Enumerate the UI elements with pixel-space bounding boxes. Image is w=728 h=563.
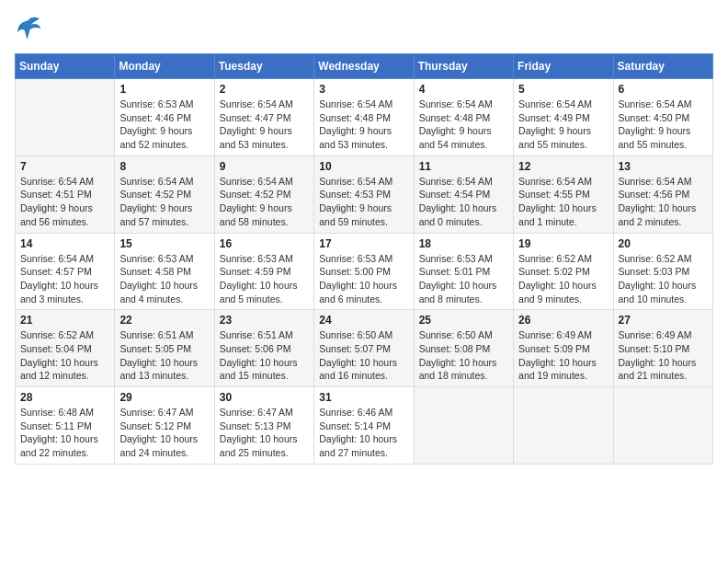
day-info: Sunrise: 6:54 AMSunset: 4:48 PMDaylight:…: [419, 98, 508, 152]
calendar-cell: 12Sunrise: 6:54 AMSunset: 4:55 PMDayligh…: [514, 155, 613, 233]
day-number: 22: [119, 314, 209, 327]
day-info: Sunrise: 6:53 AMSunset: 5:00 PMDaylight:…: [319, 252, 408, 306]
day-number: 23: [220, 314, 309, 327]
calendar-header-thursday: Thursday: [414, 54, 513, 79]
day-info: Sunrise: 6:49 AMSunset: 5:09 PMDaylight:…: [518, 328, 608, 383]
calendar-table: SundayMondayTuesdayWednesdayThursdayFrid…: [15, 53, 713, 465]
calendar-cell: 14Sunrise: 6:54 AMSunset: 4:57 PMDayligh…: [16, 233, 115, 310]
day-info: Sunrise: 6:53 AMSunset: 4:46 PMDaylight:…: [119, 98, 209, 152]
calendar-header-saturday: Saturday: [613, 54, 712, 79]
day-number: 27: [619, 314, 708, 327]
calendar-cell: 11Sunrise: 6:54 AMSunset: 4:54 PMDayligh…: [414, 155, 513, 233]
day-info: Sunrise: 6:54 AMSunset: 4:51 PMDaylight:…: [20, 175, 109, 229]
calendar-cell: 26Sunrise: 6:49 AMSunset: 5:09 PMDayligh…: [514, 310, 613, 387]
calendar-week-2: 7Sunrise: 6:54 AMSunset: 4:51 PMDaylight…: [16, 155, 713, 233]
day-info: Sunrise: 6:54 AMSunset: 4:54 PMDaylight:…: [419, 175, 508, 229]
day-number: 10: [319, 160, 408, 173]
day-info: Sunrise: 6:54 AMSunset: 4:52 PMDaylight:…: [119, 175, 209, 229]
calendar-cell: 2Sunrise: 6:54 AMSunset: 4:47 PMDaylight…: [214, 79, 313, 156]
calendar-cell: 27Sunrise: 6:49 AMSunset: 5:10 PMDayligh…: [613, 310, 712, 387]
calendar-cell: 18Sunrise: 6:53 AMSunset: 5:01 PMDayligh…: [414, 233, 513, 310]
calendar-cell: 28Sunrise: 6:48 AMSunset: 5:11 PMDayligh…: [16, 387, 115, 465]
day-info: Sunrise: 6:51 AMSunset: 5:05 PMDaylight:…: [119, 328, 209, 383]
day-info: Sunrise: 6:52 AMSunset: 5:04 PMDaylight:…: [20, 328, 109, 383]
day-info: Sunrise: 6:54 AMSunset: 4:47 PMDaylight:…: [220, 98, 309, 152]
day-info: Sunrise: 6:53 AMSunset: 4:58 PMDaylight:…: [119, 252, 209, 306]
calendar-header-sunday: Sunday: [16, 54, 115, 79]
calendar-header-row: SundayMondayTuesdayWednesdayThursdayFrid…: [16, 54, 713, 79]
day-info: Sunrise: 6:47 AMSunset: 5:12 PMDaylight:…: [119, 406, 209, 460]
calendar-cell: 6Sunrise: 6:54 AMSunset: 4:50 PMDaylight…: [613, 79, 712, 156]
day-info: Sunrise: 6:54 AMSunset: 4:55 PMDaylight:…: [518, 175, 608, 229]
calendar-cell: 25Sunrise: 6:50 AMSunset: 5:08 PMDayligh…: [414, 310, 513, 387]
day-info: Sunrise: 6:54 AMSunset: 4:52 PMDaylight:…: [220, 175, 309, 229]
day-info: Sunrise: 6:54 AMSunset: 4:48 PMDaylight:…: [319, 98, 408, 152]
day-number: 28: [20, 391, 109, 404]
day-number: 24: [319, 314, 408, 327]
calendar-header-wednesday: Wednesday: [314, 54, 414, 79]
day-number: 25: [419, 314, 508, 327]
calendar-cell: [414, 387, 513, 465]
calendar-cell: 31Sunrise: 6:46 AMSunset: 5:14 PMDayligh…: [314, 387, 414, 465]
day-info: Sunrise: 6:50 AMSunset: 5:07 PMDaylight:…: [319, 328, 408, 383]
calendar-cell: 3Sunrise: 6:54 AMSunset: 4:48 PMDaylight…: [314, 79, 414, 156]
day-number: 5: [518, 83, 608, 96]
calendar-cell: 22Sunrise: 6:51 AMSunset: 5:05 PMDayligh…: [115, 310, 214, 387]
day-number: 19: [518, 237, 608, 250]
day-number: 18: [419, 237, 508, 250]
day-number: 20: [619, 237, 708, 250]
day-number: 29: [119, 391, 209, 404]
day-number: 13: [619, 160, 708, 173]
calendar-cell: 30Sunrise: 6:47 AMSunset: 5:13 PMDayligh…: [214, 387, 313, 465]
calendar-cell: 10Sunrise: 6:54 AMSunset: 4:53 PMDayligh…: [314, 155, 414, 233]
calendar-cell: 19Sunrise: 6:52 AMSunset: 5:02 PMDayligh…: [514, 233, 613, 310]
calendar-header-tuesday: Tuesday: [214, 54, 313, 79]
calendar-cell: 4Sunrise: 6:54 AMSunset: 4:48 PMDaylight…: [414, 79, 513, 156]
calendar-cell: 21Sunrise: 6:52 AMSunset: 5:04 PMDayligh…: [16, 310, 115, 387]
calendar-week-3: 14Sunrise: 6:54 AMSunset: 4:57 PMDayligh…: [16, 233, 713, 310]
calendar-cell: 20Sunrise: 6:52 AMSunset: 5:03 PMDayligh…: [613, 233, 712, 310]
calendar-cell: [16, 79, 115, 156]
calendar-cell: 1Sunrise: 6:53 AMSunset: 4:46 PMDaylight…: [115, 79, 214, 156]
day-number: 8: [119, 160, 209, 173]
day-number: 14: [20, 237, 109, 250]
day-info: Sunrise: 6:49 AMSunset: 5:10 PMDaylight:…: [619, 328, 708, 383]
calendar-cell: 5Sunrise: 6:54 AMSunset: 4:49 PMDaylight…: [514, 79, 613, 156]
calendar-cell: 8Sunrise: 6:54 AMSunset: 4:52 PMDaylight…: [115, 155, 214, 233]
day-info: Sunrise: 6:54 AMSunset: 4:50 PMDaylight:…: [619, 98, 708, 152]
day-number: 6: [619, 83, 708, 96]
day-info: Sunrise: 6:50 AMSunset: 5:08 PMDaylight:…: [419, 328, 508, 383]
day-info: Sunrise: 6:53 AMSunset: 5:01 PMDaylight:…: [419, 252, 508, 306]
calendar-cell: 16Sunrise: 6:53 AMSunset: 4:59 PMDayligh…: [214, 233, 313, 310]
day-number: 1: [119, 83, 209, 96]
day-info: Sunrise: 6:47 AMSunset: 5:13 PMDaylight:…: [220, 406, 309, 460]
calendar-cell: 17Sunrise: 6:53 AMSunset: 5:00 PMDayligh…: [314, 233, 414, 310]
calendar-cell: [514, 387, 613, 465]
calendar-week-1: 1Sunrise: 6:53 AMSunset: 4:46 PMDaylight…: [16, 79, 713, 156]
day-number: 21: [20, 314, 109, 327]
calendar-week-5: 28Sunrise: 6:48 AMSunset: 5:11 PMDayligh…: [16, 387, 713, 465]
calendar-cell: [613, 387, 712, 465]
day-info: Sunrise: 6:51 AMSunset: 5:06 PMDaylight:…: [220, 328, 309, 383]
day-info: Sunrise: 6:54 AMSunset: 4:53 PMDaylight:…: [319, 175, 408, 229]
calendar-cell: 24Sunrise: 6:50 AMSunset: 5:07 PMDayligh…: [314, 310, 414, 387]
calendar-cell: 7Sunrise: 6:54 AMSunset: 4:51 PMDaylight…: [16, 155, 115, 233]
calendar-cell: 9Sunrise: 6:54 AMSunset: 4:52 PMDaylight…: [214, 155, 313, 233]
day-number: 3: [319, 83, 408, 96]
calendar-cell: 15Sunrise: 6:53 AMSunset: 4:58 PMDayligh…: [115, 233, 214, 310]
day-info: Sunrise: 6:54 AMSunset: 4:56 PMDaylight:…: [619, 175, 708, 229]
day-info: Sunrise: 6:54 AMSunset: 4:57 PMDaylight:…: [20, 252, 109, 306]
day-number: 15: [119, 237, 209, 250]
logo-icon: [15, 15, 42, 42]
day-number: 7: [20, 160, 109, 173]
day-number: 26: [518, 314, 608, 327]
calendar-cell: 13Sunrise: 6:54 AMSunset: 4:56 PMDayligh…: [613, 155, 712, 233]
day-number: 12: [518, 160, 608, 173]
calendar-header-friday: Friday: [514, 54, 613, 79]
day-number: 17: [319, 237, 408, 250]
day-info: Sunrise: 6:46 AMSunset: 5:14 PMDaylight:…: [319, 406, 408, 460]
day-number: 2: [220, 83, 309, 96]
day-number: 4: [419, 83, 508, 96]
calendar-cell: 29Sunrise: 6:47 AMSunset: 5:12 PMDayligh…: [115, 387, 214, 465]
day-info: Sunrise: 6:48 AMSunset: 5:11 PMDaylight:…: [20, 406, 109, 460]
